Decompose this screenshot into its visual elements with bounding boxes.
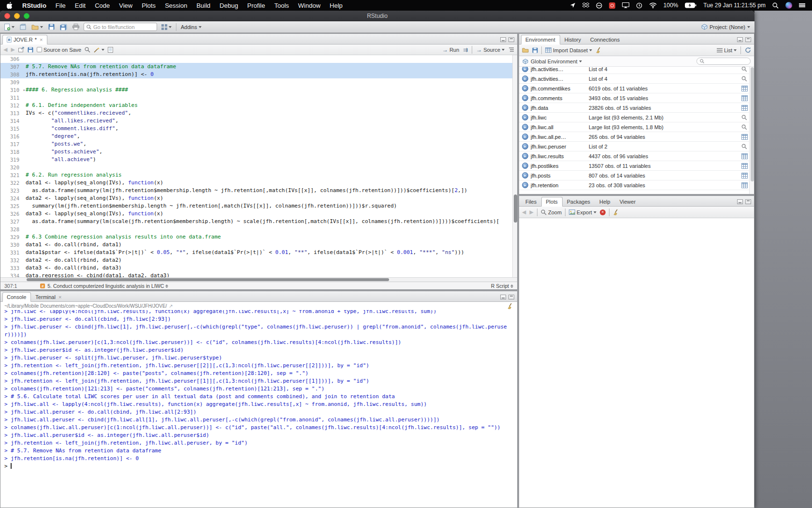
save-icon[interactable] [28, 47, 33, 53]
code-line[interactable]: 319 "all.achieve") [0, 156, 517, 164]
code-text[interactable]: data2 <- lapply(seq_along(IVs), function… [26, 194, 517, 202]
code-text[interactable]: # 6.2. Run regression analysis [26, 171, 517, 179]
line-number[interactable]: 315 [0, 125, 26, 133]
clear-environment-icon[interactable] [595, 47, 602, 53]
code-line[interactable]: 309 [0, 78, 517, 86]
line-number[interactable]: 311 [0, 94, 26, 102]
expand-object-icon[interactable]: ▸ [522, 153, 528, 159]
env-object-row[interactable]: ▸jfh.liwc.allLarge list (93 elements, 1.… [519, 122, 754, 132]
env-tab-environment[interactable]: Environment [521, 35, 560, 45]
close-button[interactable] [4, 13, 10, 19]
line-number[interactable]: 319 [0, 156, 26, 164]
env-object-row[interactable]: ▸jfh.liwc.peruserList of 2 [519, 142, 754, 151]
expand-object-icon[interactable]: ▸ [522, 182, 528, 188]
expand-object-icon[interactable]: ▸ [522, 95, 528, 101]
code-tools-wand-icon[interactable] [94, 47, 104, 53]
code-line[interactable]: 306 [0, 55, 517, 63]
section-navigator[interactable]: # 5. Conduct computerized linguistic ana… [40, 283, 168, 289]
code-line[interactable]: 318 "posts.achieve", [0, 148, 517, 156]
editor-horizontal-scrollbar[interactable] [0, 277, 517, 282]
menu-plots[interactable]: Plots [142, 2, 156, 9]
code-line[interactable]: 317 "posts.we", [0, 140, 517, 148]
code-text[interactable]: "degree", [26, 133, 517, 140]
code-text[interactable]: data.regression <- cbind(data1, data2, d… [26, 272, 517, 277]
expand-object-icon[interactable]: ▸ [522, 134, 528, 140]
code-text[interactable]: "comment.likes.diff", [26, 125, 517, 133]
code-line[interactable]: 311 [0, 94, 517, 102]
line-number[interactable]: 327 [0, 218, 26, 225]
line-number[interactable]: 328 [0, 225, 26, 233]
goto-directory-icon[interactable]: ↗ [169, 303, 173, 309]
find-replace-icon[interactable] [85, 47, 90, 53]
code-line[interactable]: 333data3 <- do.call(rbind, data3) [0, 264, 517, 272]
code-line[interactable]: 325 summary(lm(jfh.retention$membership.… [0, 202, 517, 210]
line-number[interactable]: 320 [0, 164, 26, 171]
code-text[interactable]: # 6.1. Define independent variables [26, 102, 517, 109]
do-not-disturb-icon[interactable] [596, 1, 602, 9]
console-tab-terminal[interactable]: Terminal× [31, 292, 66, 302]
line-number[interactable]: 324 [0, 194, 26, 202]
plots-tab-plots[interactable]: Plots [541, 197, 562, 207]
source-button[interactable]: → Source [476, 46, 505, 53]
code-editor[interactable]: 306307# 5.7. Remove NAs from retention d… [0, 55, 517, 277]
code-line[interactable]: 334data.regression <- cbind(data1, data2… [0, 272, 517, 277]
new-project-button[interactable] [19, 23, 27, 30]
code-text[interactable] [26, 225, 517, 233]
code-line[interactable]: 308jfh.retention[is.na(jfh.retention)] <… [0, 71, 517, 78]
code-text[interactable] [26, 78, 517, 86]
open-file-button[interactable] [30, 24, 44, 30]
forward-icon[interactable]: ▶ [11, 46, 14, 53]
code-text[interactable]: data1$pstar <- ifelse(data1$`Pr(>|t|)` <… [26, 249, 517, 256]
code-text[interactable]: "posts.we", [26, 140, 517, 148]
save-all-button[interactable] [59, 23, 68, 31]
code-text[interactable] [26, 164, 517, 171]
environment-object-list[interactable]: ▸jfh.activities…List of 4▸jfh.activities… [519, 67, 754, 194]
code-line[interactable]: 313IVs <- c("commentlikes.recieved", [0, 109, 517, 117]
line-number[interactable]: 323 [0, 187, 26, 194]
menu-tools[interactable]: Tools [274, 2, 289, 9]
menu-edit[interactable]: Edit [75, 2, 86, 9]
save-workspace-icon[interactable] [532, 47, 538, 53]
maximize-pane-icon[interactable] [508, 295, 514, 299]
editor-vertical-scrollbar[interactable] [512, 55, 517, 277]
minimize-pane-icon[interactable] [737, 199, 743, 204]
env-tab-connections[interactable]: Connections [586, 35, 624, 45]
env-object-row[interactable]: ▸jfh.liwcLarge list (93 elements, 2.1 Mb… [519, 113, 754, 122]
line-number[interactable]: 310▾ [0, 86, 26, 94]
line-number[interactable]: 307 [0, 63, 26, 71]
maximize-pane-icon[interactable] [745, 199, 751, 204]
pane-layout-button[interactable] [160, 24, 173, 30]
spotlight-icon[interactable] [772, 1, 779, 9]
line-number[interactable]: 313 [0, 109, 26, 117]
env-object-row[interactable]: ▸jfh.liwc.results4437 obs. of 96 variabl… [519, 151, 754, 161]
console-output[interactable]: > jfh.liwc <- lapply(4:ncol(jfh.liwc.res… [0, 310, 517, 503]
source-tab-jove-r[interactable]: RJOVE.R*× [2, 35, 47, 45]
dropbox-icon[interactable] [582, 1, 589, 9]
env-object-row[interactable]: ▸jfh.comments3493 obs. of 15 variables [519, 93, 754, 103]
env-tab-history[interactable]: History [560, 35, 586, 45]
expand-object-icon[interactable]: ▸ [522, 105, 528, 111]
code-line[interactable]: 315 "comment.likes.diff", [0, 125, 517, 133]
line-number[interactable]: 308 [0, 71, 26, 78]
menu-debug[interactable]: Debug [219, 2, 238, 9]
env-object-row[interactable]: ▸jfh.activities…List of 4 [519, 74, 754, 84]
code-line[interactable]: 310▾#### 6. Regression analysis #### [0, 86, 517, 94]
code-line[interactable]: 307# 5.7. Remove NAs from retention data… [0, 63, 517, 71]
line-number[interactable]: 334 [0, 272, 26, 277]
expand-object-icon[interactable]: ▸ [522, 85, 528, 91]
menu-file[interactable]: File [56, 2, 66, 9]
code-line[interactable]: 316 "degree", [0, 133, 517, 140]
menu-window[interactable]: Window [298, 2, 320, 9]
close-icon[interactable]: × [40, 37, 43, 43]
line-number[interactable]: 321 [0, 171, 26, 179]
code-line[interactable]: 314 "all.likes.recieved", [0, 117, 517, 125]
password-manager-icon[interactable] [609, 2, 615, 9]
line-number[interactable]: 322 [0, 179, 26, 187]
save-button[interactable] [47, 23, 56, 30]
remove-plot-icon[interactable]: × [600, 209, 606, 215]
rerun-previous-icon[interactable]: ⇉ [463, 46, 468, 53]
line-number[interactable]: 326 [0, 210, 26, 218]
env-object-row[interactable]: ▸jfh.activities…List of 4 [519, 67, 754, 74]
load-workspace-icon[interactable] [522, 47, 529, 53]
minimize-button[interactable] [14, 13, 20, 19]
